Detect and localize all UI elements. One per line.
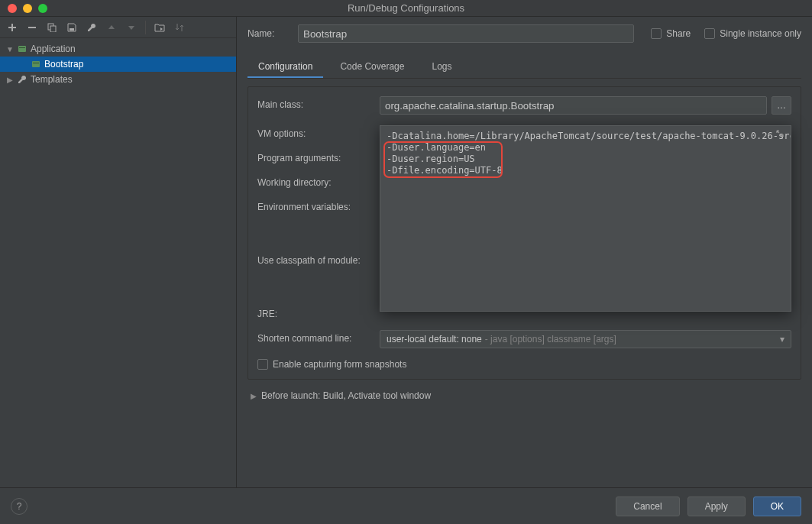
tree-label: Templates [31, 74, 73, 85]
footer: ? Cancel Apply OK [0, 487, 812, 524]
copy-config-icon[interactable] [46, 21, 58, 34]
expand-icon[interactable]: ▶ [6, 76, 14, 84]
window-title: Run/Debug Configurations [0, 2, 812, 14]
apply-button[interactable]: Apply [687, 497, 746, 516]
single-instance-checkbox[interactable]: Single instance only [704, 28, 801, 39]
shorten-command-line-dropdown[interactable]: user-local default: none - java [options… [380, 330, 791, 348]
working-directory-label: Working directory: [257, 174, 380, 188]
share-checkbox[interactable]: Share [651, 28, 691, 39]
single-instance-label: Single instance only [720, 28, 801, 39]
environment-variables-label: Environment variables: [257, 199, 380, 212]
configuration-panel: Main class: … VM options: Program argume… [247, 86, 801, 380]
tab-configuration[interactable]: Configuration [247, 57, 323, 78]
vm-options-label: VM options: [257, 125, 380, 139]
expand-icon[interactable]: ▶ [251, 392, 257, 400]
content-panel: Name: Share Single instance only Configu… [237, 17, 812, 487]
capture-snapshots-checkbox[interactable]: Enable capturing form snapshots [257, 359, 791, 370]
checkbox-icon [704, 28, 715, 39]
browse-main-class-button[interactable]: … [772, 96, 791, 115]
sort-icon[interactable] [173, 21, 186, 34]
before-launch-label: Before launch: Build, Activate tool wind… [261, 390, 431, 401]
help-button[interactable]: ? [11, 498, 27, 515]
name-input[interactable] [298, 24, 634, 43]
remove-config-icon[interactable] [26, 21, 38, 34]
vm-option-line: -Duser.language=en [387, 142, 785, 154]
tab-code-coverage[interactable]: Code Coverage [329, 57, 415, 78]
vm-option-line: -Duser.region=US [387, 154, 785, 165]
move-down-icon[interactable] [125, 21, 137, 34]
application-icon [31, 59, 41, 70]
vm-option-line: -Dcatalina.home=/Library/ApacheTomcat/so… [387, 131, 785, 142]
vm-options-expanded-editor[interactable]: -Dcatalina.home=/Library/ApacheTomcat/so… [380, 125, 791, 312]
tabs: Configuration Code Coverage Logs [247, 57, 801, 79]
wrench-icon[interactable] [86, 21, 98, 34]
tree-node-application[interactable]: ▼ Application [0, 41, 236, 57]
wrench-icon [17, 74, 27, 85]
checkbox-icon [257, 359, 268, 370]
svg-rect-4 [18, 46, 26, 52]
shorten-value: user-local default: none [387, 334, 482, 344]
jre-label: JRE: [257, 306, 380, 319]
svg-rect-7 [33, 63, 39, 63]
collapse-icon[interactable] [775, 129, 786, 140]
application-icon [17, 44, 27, 54]
shorten-command-line-label: Shorten command line: [257, 330, 380, 344]
svg-rect-0 [28, 27, 36, 28]
config-tree[interactable]: ▼ Application Bootstrap ▶ [0, 38, 236, 487]
use-classpath-label: Use classpath of module: [257, 252, 380, 266]
cancel-button[interactable]: Cancel [616, 497, 679, 516]
tree-node-bootstrap[interactable]: Bootstrap [0, 57, 236, 72]
capture-label: Enable capturing form snapshots [273, 359, 406, 370]
tree-label: Bootstrap [44, 59, 83, 70]
chevron-down-icon: ▾ [780, 334, 785, 344]
main-class-label: Main class: [257, 96, 380, 110]
expand-icon[interactable]: ▼ [6, 45, 14, 53]
tree-label: Application [31, 44, 76, 54]
name-label: Name: [247, 28, 290, 39]
ok-button[interactable]: OK [753, 497, 801, 516]
svg-rect-3 [70, 28, 74, 31]
shorten-hint: - java [options] classname [args] [485, 334, 616, 344]
toolbar-separator [145, 21, 146, 34]
save-config-icon[interactable] [66, 21, 78, 34]
program-arguments-label: Program arguments: [257, 150, 380, 163]
share-label: Share [666, 28, 691, 39]
svg-rect-2 [50, 26, 56, 32]
tab-logs[interactable]: Logs [421, 57, 462, 78]
move-up-icon[interactable] [105, 21, 118, 34]
main-class-input[interactable] [380, 96, 767, 115]
add-config-icon[interactable] [6, 21, 18, 34]
sidebar-toolbar [0, 17, 236, 38]
checkbox-icon [651, 28, 662, 39]
svg-rect-5 [19, 47, 25, 48]
sidebar: ▼ Application Bootstrap ▶ [0, 17, 237, 487]
vm-option-line: -Dfile.encoding=UTF-8 [387, 165, 785, 176]
folder-move-icon[interactable] [154, 21, 166, 34]
before-launch-section[interactable]: ▶ Before launch: Build, Activate tool wi… [247, 390, 801, 401]
titlebar: Run/Debug Configurations [0, 0, 812, 17]
tree-node-templates[interactable]: ▶ Templates [0, 72, 236, 87]
svg-rect-6 [32, 61, 40, 67]
